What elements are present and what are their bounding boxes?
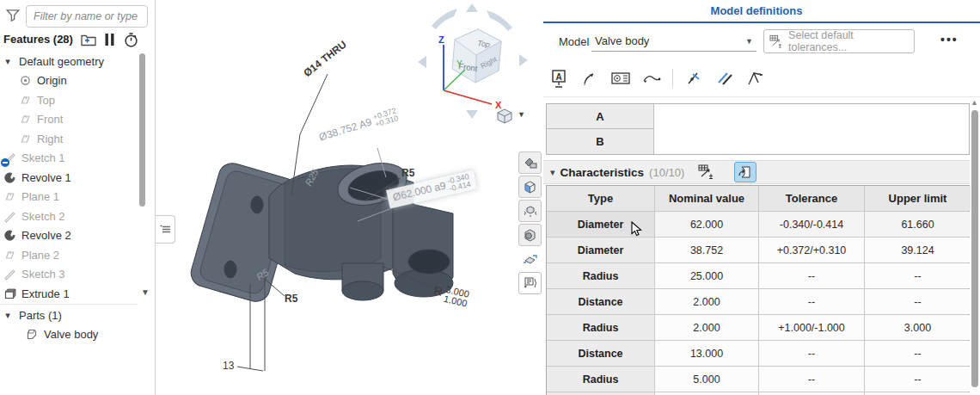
table-cell[interactable]: Radius — [547, 367, 654, 392]
tree-item-plane-1[interactable]: Plane 1 — [0, 188, 138, 207]
parallel-lines-icon[interactable] — [714, 68, 735, 89]
dimension-r5-top[interactable]: R5 — [401, 167, 414, 179]
model-definitions-panel: Model definitions Model Valve body ▼ Sel… — [543, 0, 980, 395]
graphics-viewport[interactable]: Ø14 THRU Ø38.752 A9 +0.372 +0.310 R25 R5… — [156, 0, 543, 395]
tree-item-top-plane[interactable]: Top — [0, 90, 138, 110]
table-cell[interactable]: +0.372/+0.310 — [759, 238, 864, 262]
chevron-down-icon[interactable]: ▾ — [550, 167, 555, 178]
scroll-down-icon[interactable]: ▼ — [141, 287, 150, 297]
filter-icon[interactable] — [5, 8, 21, 23]
tree-item-origin[interactable]: Origin — [0, 71, 138, 91]
characteristics-table: Type Nominal value Tolerance Upper limit… — [546, 185, 970, 395]
parts-header[interactable]: ▾ Parts (1) — [2, 306, 62, 325]
tree-item-front-plane[interactable]: Front — [0, 110, 138, 130]
dimension-r5-bottom[interactable]: R5 — [285, 293, 297, 305]
section-view-tool-button[interactable] — [518, 224, 542, 246]
characteristics-section-header[interactable]: ▾ Characteristics (10/10) — [543, 160, 970, 184]
tree-item-sketch-2[interactable]: Sketch 2 — [0, 207, 138, 226]
default-tolerances-field[interactable]: Select default tolerances... — [763, 29, 915, 53]
table-cell[interactable]: 13.000 — [655, 341, 758, 366]
datum-row-b[interactable]: B — [547, 129, 654, 154]
table-cell[interactable]: 25.000 — [655, 263, 758, 288]
leader-note-icon[interactable] — [579, 68, 600, 89]
feature-filter-input[interactable] — [27, 6, 147, 27]
datum-row-a[interactable]: A — [547, 104, 654, 129]
sketch-suppressed-icon — [3, 151, 16, 164]
characteristics-count: (10/10) — [649, 166, 684, 179]
panel-scrollbar[interactable] — [971, 110, 978, 387]
table-cell[interactable]: -- — [759, 367, 864, 392]
frame-tool-button[interactable] — [518, 272, 542, 294]
part-item-valve-body[interactable]: Valve body — [26, 324, 98, 344]
tree-item-right-plane[interactable]: Right — [0, 129, 138, 149]
surface-finish-icon[interactable] — [745, 68, 766, 89]
table-cell[interactable]: +1.000/-1.000 — [759, 315, 864, 340]
revolve-icon — [3, 229, 16, 242]
table-cell[interactable]: Diameter — [547, 238, 654, 262]
table-cell[interactable]: -0.340/-0.414 — [759, 212, 864, 237]
column-header-type[interactable]: Type — [547, 186, 654, 211]
scroll-up-icon[interactable]: ▲ — [971, 98, 978, 107]
suspend-rebuild-icon[interactable] — [103, 33, 119, 47]
table-cell[interactable]: 2.000 — [655, 289, 758, 314]
model-dropdown[interactable]: Valve body ▼ — [591, 31, 756, 52]
view-mode-button[interactable] — [495, 108, 514, 125]
view-mode-caret-icon[interactable]: ▼ — [518, 110, 525, 119]
perpendicular-distance-icon[interactable] — [683, 68, 704, 89]
table-cell[interactable]: -- — [759, 289, 864, 314]
table-cell[interactable]: 62.000 — [655, 212, 758, 237]
datum-feature-icon[interactable]: A — [548, 68, 569, 89]
tree-item-sketch-3[interactable]: Sketch 3 — [0, 265, 138, 285]
chevron-down-icon[interactable]: ▾ — [2, 56, 14, 67]
table-cell[interactable]: Radius — [547, 263, 654, 288]
sketch-icon — [3, 210, 16, 223]
table-cell[interactable]: -- — [865, 341, 971, 366]
svg-text:A: A — [556, 72, 562, 82]
table-cell[interactable]: -- — [759, 263, 864, 288]
feature-list-toggle-button[interactable] — [156, 215, 175, 244]
appearance-tool-button[interactable] — [518, 151, 542, 174]
named-position-tool-button[interactable] — [518, 248, 542, 270]
bent-leader-icon[interactable] — [641, 68, 662, 89]
dimension-13[interactable]: 13 — [223, 360, 234, 372]
chevron-down-icon: ▼ — [745, 37, 753, 46]
new-folder-icon[interactable] — [81, 33, 96, 47]
table-cell[interactable]: 2.000 — [655, 315, 758, 340]
column-header-tolerance[interactable]: Tolerance — [759, 186, 864, 211]
tree-item-plane-2[interactable]: Plane 2 — [0, 245, 138, 265]
export-characteristics-icon[interactable] — [734, 162, 756, 182]
table-cell[interactable]: Distance — [547, 289, 654, 314]
table-cell[interactable]: 5.000 — [655, 367, 758, 392]
table-cell[interactable]: 38.752 — [655, 238, 758, 262]
tree-item-sketch-1[interactable]: Sketch 1 — [0, 149, 138, 169]
plane-icon — [3, 190, 16, 203]
rollback-timer-icon[interactable] — [124, 33, 139, 47]
tree-item-extrude-1[interactable]: Extrude 1 — [0, 284, 138, 304]
overflow-menu-button[interactable]: ••• — [940, 33, 959, 46]
table-cell[interactable]: Distance — [547, 341, 654, 366]
feature-tree-scrollbar[interactable] — [139, 53, 145, 207]
toolbar-rule — [543, 96, 980, 97]
tree-item-revolve-2[interactable]: Revolve 2 — [0, 226, 138, 246]
geometric-tolerance-icon[interactable] — [610, 68, 631, 89]
column-header-upper-limit[interactable]: Upper limit — [865, 186, 971, 211]
datum-detail-area[interactable] — [654, 104, 969, 154]
tree-item-revolve-1[interactable]: Revolve 1 — [0, 168, 138, 188]
table-cell[interactable]: -- — [865, 367, 971, 392]
table-cell[interactable]: Radius — [547, 315, 654, 340]
table-cell[interactable]: 39.124 — [865, 238, 971, 262]
tree-item-default-geometry[interactable]: ▾ Default geometry — [0, 52, 138, 71]
table-cell[interactable]: 61.660 — [865, 212, 971, 237]
table-cell[interactable]: -- — [865, 289, 971, 314]
table-cell[interactable]: -- — [759, 341, 864, 366]
explode-tool-button[interactable] — [518, 200, 542, 222]
isolate-tool-button[interactable] — [518, 176, 542, 198]
view-cube-top-face[interactable]: Top — [477, 39, 491, 49]
apply-tolerances-icon[interactable] — [696, 163, 717, 182]
table-cell[interactable]: -- — [865, 263, 971, 288]
default-tolerances-placeholder: Select default tolerances... — [788, 29, 909, 53]
table-cell[interactable]: Diameter — [547, 212, 654, 237]
chevron-down-icon[interactable]: ▾ — [2, 310, 14, 321]
column-header-nominal[interactable]: Nominal value — [655, 186, 758, 211]
table-cell[interactable]: 3.000 — [865, 315, 971, 340]
